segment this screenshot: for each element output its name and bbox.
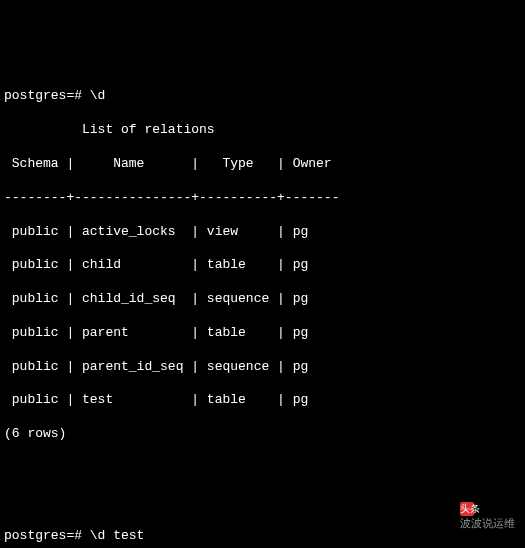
table-row: public | parent_id_seq | sequence | pg — [4, 359, 521, 376]
table-separator: --------+---------------+----------+----… — [4, 190, 521, 207]
table-row: public | child | table | pg — [4, 257, 521, 274]
table-header: Schema | Name | Type | Owner — [4, 156, 521, 173]
table-title: List of relations — [4, 122, 521, 139]
psql-command-line[interactable]: postgres=# \d test — [4, 528, 521, 545]
row-count: (6 rows) — [4, 426, 521, 443]
table-row: public | child_id_seq | sequence | pg — [4, 291, 521, 308]
watermark: 头条 波波说运维 — [454, 486, 515, 530]
table-row: public | active_locks | view | pg — [4, 224, 521, 241]
table-row: public | test | table | pg — [4, 392, 521, 409]
psql-command-line[interactable]: postgres=# \d — [4, 88, 521, 105]
blank-line — [4, 460, 521, 477]
watermark-icon: 头条 — [460, 502, 474, 516]
watermark-text: 波波说运维 — [460, 517, 515, 529]
table-row: public | parent | table | pg — [4, 325, 521, 342]
